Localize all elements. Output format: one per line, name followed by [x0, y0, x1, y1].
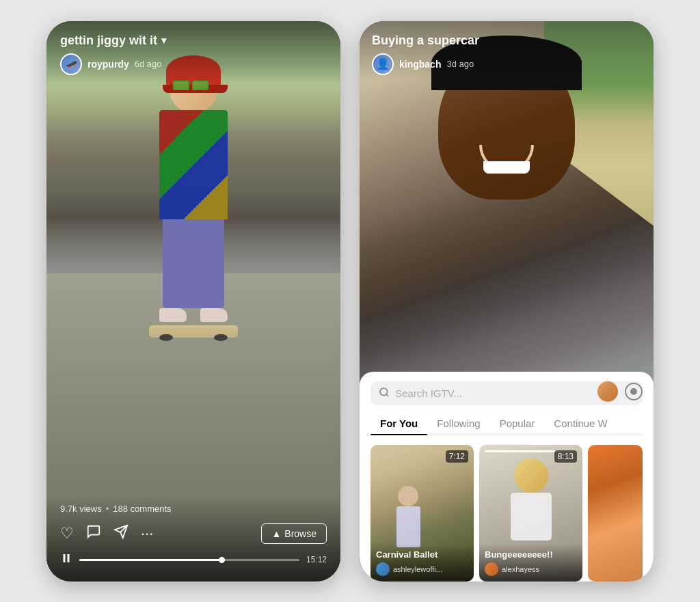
views-count: 9.7k views [60, 504, 102, 514]
tab-popular[interactable]: Popular [490, 413, 545, 435]
browse-button[interactable]: ▲ Browse [261, 523, 327, 544]
comment-icon[interactable] [86, 524, 101, 543]
right-face [418, 49, 595, 309]
comments-count: 188 comments [113, 504, 171, 514]
tab-continue-label: Continue W [554, 418, 607, 429]
tab-continue[interactable]: Continue W [544, 413, 617, 435]
svg-point-4 [380, 388, 388, 396]
thumb-title-2: Bungeeeeeeee!! [485, 549, 577, 560]
share-icon[interactable] [113, 524, 129, 543]
phone-left: gettin jiggy wit it ▾ 🛹 roypurdy 6d ago … [46, 21, 340, 582]
thumb-avatar-1 [376, 562, 390, 576]
more-icon[interactable]: ··· [141, 525, 153, 543]
thumb-info-2: Bungeeeeeeee!! alexhayess [479, 544, 582, 582]
tab-popular-label: Popular [500, 418, 535, 429]
panel-icons-row [597, 381, 643, 402]
igtv-user-avatar[interactable] [597, 381, 618, 402]
thumb-info-1: Carnival Ballet ashleylewoffi... [371, 544, 474, 582]
shoe-right [200, 308, 228, 322]
browse-icon: ▲ [271, 528, 281, 539]
igtv-bottom-panel: Search IGTV... For You Following Popular… [360, 372, 654, 582]
progress-dot [219, 557, 225, 563]
thumbnail-card-3[interactable] [588, 445, 643, 582]
glass-left [173, 81, 189, 90]
thumb-title-1: Carnival Ballet [376, 549, 468, 560]
actions-row: ♡ ··· ▲ Bro [60, 523, 327, 544]
thumb-user-row-1: ashleylewoffi... [376, 562, 468, 576]
thumb-progress-fill-2 [485, 450, 558, 452]
left-bottom: 9.7k views • 188 comments ♡ [46, 495, 340, 582]
pause-icon[interactable] [60, 552, 72, 568]
search-icon [379, 387, 390, 400]
username-left[interactable]: roypurdy [88, 59, 129, 70]
avatar-icon-right: 👤 [376, 57, 390, 70]
glass-right [192, 81, 208, 90]
skater-shoes [118, 308, 269, 322]
bungee-person [504, 459, 558, 541]
time-ago-left: 6d ago [135, 59, 162, 69]
thumb-bg-3 [588, 445, 643, 582]
avatar-left[interactable]: 🛹 [60, 53, 82, 75]
browse-label: Browse [284, 528, 317, 539]
username-right[interactable]: kingbach [399, 59, 441, 70]
progress-container: 15:12 [60, 552, 327, 568]
skater-pants [163, 219, 224, 308]
user-info-left: 🛹 roypurdy 6d ago [60, 53, 327, 75]
avatar-icon-left: 🛹 [66, 59, 77, 70]
skateboard [149, 325, 238, 338]
separator: • [106, 504, 109, 514]
svg-line-5 [386, 394, 388, 396]
left-header: gettin jiggy wit it ▾ 🛹 roypurdy 6d ago [46, 21, 340, 82]
torso-colorblock [159, 110, 228, 219]
phone-right: Buying a supercar 👤 kingbach 3d ago [360, 21, 654, 582]
svg-rect-2 [64, 554, 66, 562]
tabs-row: For You Following Popular Continue W [371, 413, 643, 435]
skater-glasses [173, 81, 208, 90]
right-header: Buying a supercar 👤 kingbach 3d ago [360, 21, 654, 81]
thumb-username-1: ashleylewoffi... [393, 565, 442, 573]
chevron-down-icon[interactable]: ▾ [161, 35, 166, 46]
like-icon[interactable]: ♡ [60, 525, 74, 543]
thumbnails-row: 7:12 Carnival Ballet ashleylewoffi... [371, 445, 643, 582]
screenshot-container: gettin jiggy wit it ▾ 🛹 roypurdy 6d ago … [0, 0, 700, 602]
thumb-user-row-2: alexhayess [485, 562, 577, 576]
svg-rect-3 [68, 554, 70, 562]
tab-following-label: Following [437, 418, 480, 429]
brightness-icon[interactable] [625, 383, 643, 400]
title-text-left: gettin jiggy wit it [60, 33, 157, 48]
skater-person [118, 66, 269, 462]
thumb-duration-2: 8:13 [554, 450, 577, 463]
thumb-username-2: alexhayess [502, 565, 539, 573]
progress-fill [79, 559, 222, 561]
tab-for-you[interactable]: For You [371, 413, 427, 435]
thumb-avatar-2 [485, 562, 498, 576]
video-title-right: Buying a supercar [372, 33, 641, 48]
right-user-row: 👤 kingbach 3d ago [372, 53, 641, 75]
progress-bar[interactable] [79, 559, 299, 561]
time-ago-right: 3d ago [446, 59, 474, 69]
thumb-duration-1: 7:12 [446, 450, 468, 463]
face-teeth [483, 161, 530, 174]
thumbnail-card-2[interactable]: 8:13 Bungeeeeeeee!! alexhayess [479, 445, 582, 582]
tab-following[interactable]: Following [427, 413, 489, 435]
video-duration: 15:12 [306, 555, 327, 564]
brightness-inner [630, 388, 637, 395]
action-icons: ♡ ··· [60, 524, 153, 543]
avatar-right[interactable]: 👤 [372, 53, 394, 75]
skater-torso [159, 110, 228, 219]
shoe-left [159, 308, 187, 322]
thumbnail-card-1[interactable]: 7:12 Carnival Ballet ashleylewoffi... [371, 445, 474, 582]
tab-for-you-label: For You [380, 418, 418, 429]
video-title-left: gettin jiggy wit it ▾ [60, 33, 327, 48]
stats-row: 9.7k views • 188 comments [60, 504, 327, 514]
